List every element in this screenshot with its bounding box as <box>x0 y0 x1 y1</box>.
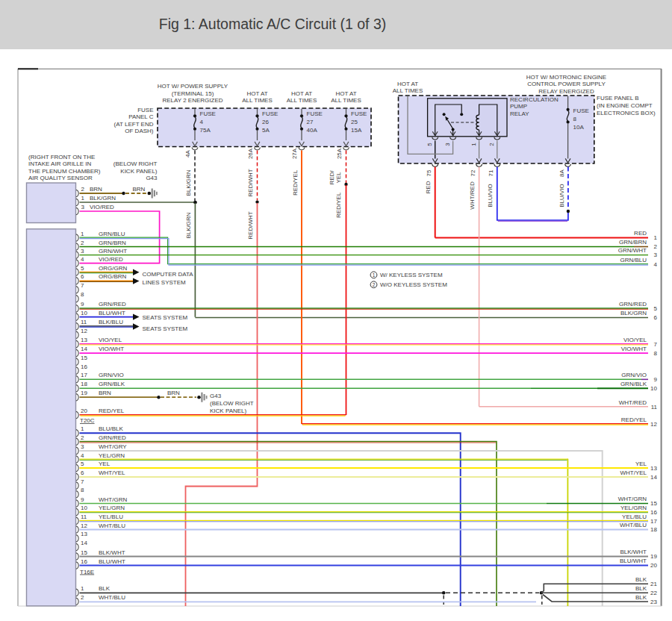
svg-text:3: 3 <box>444 143 451 146</box>
svg-text:1: 1 <box>81 425 84 432</box>
svg-text:11: 11 <box>81 319 87 325</box>
svg-text:27A: 27A <box>291 148 298 159</box>
svg-text:18: 18 <box>650 526 657 533</box>
svg-text:20: 20 <box>650 562 657 569</box>
svg-text:23: 23 <box>650 599 657 605</box>
svg-text:3: 3 <box>81 204 85 210</box>
svg-text:WHT/GRY: WHT/GRY <box>99 443 127 450</box>
svg-text:(BELOW RIGHT: (BELOW RIGHT <box>113 160 158 167</box>
svg-text:GRN/WHT: GRN/WHT <box>618 247 647 254</box>
svg-text:RED/YEL: RED/YEL <box>621 416 647 423</box>
svg-text:Fig 1: Automatic A/C Circuit (: Fig 1: Automatic A/C Circuit (1 of 3) <box>159 16 387 32</box>
svg-text:26: 26 <box>262 119 269 125</box>
svg-text:14: 14 <box>650 474 657 481</box>
svg-text:BLK: BLK <box>635 594 647 601</box>
svg-text:8: 8 <box>81 487 84 493</box>
svg-text:6: 6 <box>81 469 84 476</box>
svg-text:BLK/GRN: BLK/GRN <box>185 212 192 238</box>
svg-text:BLK/BLU: BLK/BLU <box>99 319 123 325</box>
svg-text:(IN ENGINE COMPT: (IN ENGINE COMPT <box>597 102 653 109</box>
svg-text:HOT AT: HOT AT <box>335 90 356 97</box>
svg-text:2: 2 <box>81 186 85 193</box>
svg-text:VIO/YEL: VIO/YEL <box>99 337 122 343</box>
svg-text:(RIGHT FRONT ON THE: (RIGHT FRONT ON THE <box>28 154 95 160</box>
svg-text:75: 75 <box>426 169 432 176</box>
svg-text:1: 1 <box>373 272 376 278</box>
svg-text:7: 7 <box>654 341 658 348</box>
svg-text:21: 21 <box>650 581 657 587</box>
svg-text:2: 2 <box>81 240 84 246</box>
svg-text:RED/YEL: RED/YEL <box>292 169 299 196</box>
svg-text:BLK/WHT: BLK/WHT <box>99 549 125 556</box>
svg-text:18: 18 <box>81 381 87 387</box>
svg-text:10: 10 <box>650 385 657 392</box>
svg-text:4: 4 <box>200 119 204 125</box>
svg-text:FUSE PANEL B: FUSE PANEL B <box>597 95 638 102</box>
svg-text:PUMP: PUMP <box>510 103 527 110</box>
svg-text:1: 1 <box>654 234 658 241</box>
svg-text:15: 15 <box>81 549 87 556</box>
svg-text:FUSE: FUSE <box>351 110 367 117</box>
svg-text:G43: G43 <box>146 175 158 181</box>
svg-text:GRN/BRN: GRN/BRN <box>619 239 647 246</box>
svg-text:YEL/GRN: YEL/GRN <box>620 505 647 511</box>
svg-text:T20C: T20C <box>80 417 95 424</box>
svg-text:BLU/BLK: BLU/BLK <box>99 425 124 432</box>
svg-text:KICK PANEL): KICK PANEL) <box>210 408 247 414</box>
svg-text:T16E: T16E <box>80 569 94 575</box>
svg-text:FUSE: FUSE <box>200 110 216 117</box>
svg-text:BRN: BRN <box>99 390 111 396</box>
svg-text:5: 5 <box>81 265 84 272</box>
svg-text:17: 17 <box>650 518 657 525</box>
svg-text:RELAY ENERGIZED: RELAY ENERGIZED <box>538 88 594 95</box>
svg-text:RED: RED <box>634 230 647 237</box>
svg-text:4A: 4A <box>184 149 191 157</box>
svg-text:27: 27 <box>307 119 314 125</box>
svg-text:ALL TIMES: ALL TIMES <box>393 87 423 94</box>
svg-text:OF DASH): OF DASH) <box>125 128 154 134</box>
svg-text:WHT/BLU: WHT/BLU <box>99 594 125 601</box>
svg-text:40A: 40A <box>307 127 318 134</box>
svg-text:4: 4 <box>81 256 84 263</box>
svg-text:4: 4 <box>654 261 658 268</box>
svg-text:VIO/RED: VIO/RED <box>90 204 114 210</box>
svg-text:10: 10 <box>81 505 87 511</box>
svg-text:VIO/WHT: VIO/WHT <box>99 346 124 352</box>
svg-text:RED/YEL: RED/YEL <box>335 192 342 218</box>
svg-text:WHT/RED: WHT/RED <box>619 399 647 406</box>
svg-text:BLK: BLK <box>635 585 647 592</box>
svg-text:GRN/VIO: GRN/VIO <box>621 372 647 378</box>
svg-text:GRN/BLU: GRN/BLU <box>620 257 647 263</box>
svg-text:2: 2 <box>81 434 84 441</box>
svg-text:YEL: YEL <box>635 461 647 467</box>
svg-text:YEL/BLU: YEL/BLU <box>99 514 123 520</box>
svg-text:2: 2 <box>373 282 376 287</box>
svg-text:YEL/GRN: YEL/GRN <box>99 505 125 511</box>
svg-text:17: 17 <box>81 372 87 378</box>
svg-text:16: 16 <box>81 558 87 565</box>
svg-text:BLU/VIO: BLU/VIO <box>559 184 565 207</box>
svg-text:5A: 5A <box>262 127 270 134</box>
svg-text:RELAY: RELAY <box>510 110 529 117</box>
svg-text:INTAKE AIR GRILLE IN: INTAKE AIR GRILLE IN <box>28 160 92 167</box>
svg-text:RED: RED <box>425 181 432 193</box>
svg-text:HOT W/ MOTRONIC ENGINE: HOT W/ MOTRONIC ENGINE <box>526 74 606 81</box>
svg-text:RELAY 2 ENERGIZED: RELAY 2 ENERGIZED <box>162 97 223 104</box>
svg-text:16: 16 <box>650 509 657 516</box>
svg-text:WHT/YEL: WHT/YEL <box>620 469 647 476</box>
svg-text:1: 1 <box>81 585 84 592</box>
svg-text:7: 7 <box>81 478 84 485</box>
svg-text:VIO/YEL: VIO/YEL <box>623 337 647 343</box>
svg-text:BLK: BLK <box>635 576 647 583</box>
svg-text:3: 3 <box>654 252 658 258</box>
svg-text:GRN/BLK: GRN/BLK <box>99 381 125 387</box>
svg-text:BLU/VIO: BLU/VIO <box>487 184 494 207</box>
svg-text:22: 22 <box>650 590 657 596</box>
svg-text:8: 8 <box>654 350 658 357</box>
svg-text:(BELOW RIGHT: (BELOW RIGHT <box>210 400 254 407</box>
svg-text:(TERMINAL 15): (TERMINAL 15) <box>172 90 214 97</box>
svg-text:ORG/GRN: ORG/GRN <box>99 265 127 272</box>
svg-text:COMPUTER DATA: COMPUTER DATA <box>143 271 194 278</box>
svg-text:RECIRCULATION: RECIRCULATION <box>510 96 559 103</box>
svg-text:AIR QUALITY SENSOR: AIR QUALITY SENSOR <box>28 175 93 181</box>
